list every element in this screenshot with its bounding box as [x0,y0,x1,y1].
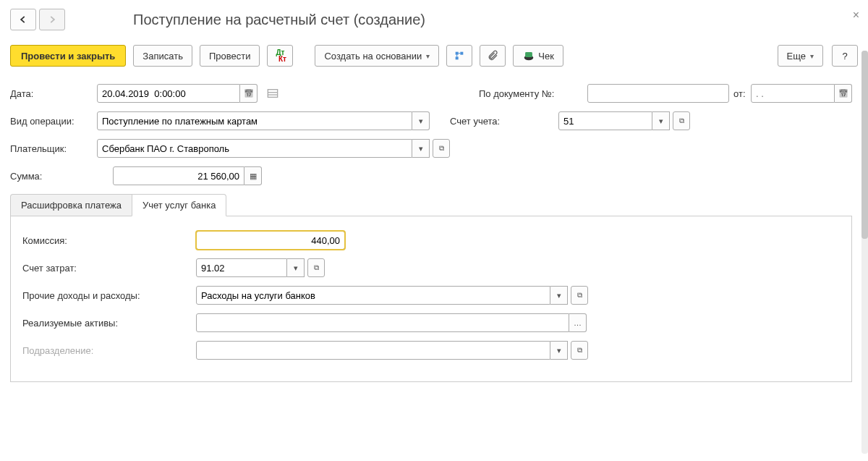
op-type-input[interactable] [97,111,412,130]
cost-account-dropdown-icon[interactable] [287,258,305,277]
date-input[interactable] [97,84,240,103]
cost-account-label: Счет затрат: [22,263,196,274]
svg-rect-2 [456,56,459,59]
tab-bank-services[interactable]: Учет услуг банка [132,194,226,216]
help-button[interactable]: ? [832,45,858,67]
commission-input[interactable] [196,231,345,250]
create-based-on-button[interactable]: Создать на основании ▾ [315,45,439,67]
op-type-dropdown-icon[interactable] [412,111,430,130]
sum-label: Сумма: [10,171,97,182]
cost-account-input[interactable] [196,258,287,277]
dtkt-button[interactable]: ДтКт [267,45,293,67]
date-label: Дата: [10,88,97,99]
save-button[interactable]: Записать [133,45,192,67]
svg-rect-0 [456,52,459,55]
account-open-icon[interactable] [673,111,690,130]
calculator-icon[interactable] [244,166,262,185]
tab-payment-details[interactable]: Расшифровка платежа [10,194,132,216]
department-dropdown-icon[interactable] [550,341,568,360]
other-income-label: Прочие доходы и расходы: [22,290,196,301]
assets-label: Реализуемые активы: [22,318,196,329]
calendar-icon[interactable] [240,84,258,103]
structure-button[interactable] [446,45,472,67]
payer-open-icon[interactable] [433,139,450,158]
post-and-close-button[interactable]: Провести и закрыть [10,45,126,67]
department-input[interactable] [196,341,550,360]
attach-button[interactable] [480,45,506,67]
payer-label: Плательщик: [10,143,97,154]
post-button[interactable]: Провести [200,45,260,67]
doc-from-label: от: [729,88,751,99]
other-income-input[interactable] [196,286,550,305]
cheque-label: Чек [538,51,554,62]
close-icon[interactable]: × [853,9,859,22]
more-button[interactable]: Еще ▾ [778,45,823,67]
doc-no-label: По документу №: [479,88,587,99]
scrollbar[interactable] [861,51,868,454]
nav-forward-button [39,9,65,30]
other-income-open-icon[interactable] [571,286,588,305]
commission-label: Комиссия: [22,235,196,246]
create-based-on-label: Создать на основании [324,51,422,62]
doc-no-input[interactable] [587,84,729,103]
chevron-down-icon: ▾ [810,52,814,60]
doc-from-input[interactable] [751,84,835,103]
account-input[interactable] [558,111,652,130]
cheque-button[interactable]: Чек [513,45,563,67]
assets-dots-icon[interactable] [569,313,587,332]
chevron-down-icon: ▾ [426,52,430,60]
cost-account-open-icon[interactable] [307,258,325,277]
svg-rect-5 [268,90,277,98]
sum-input[interactable] [113,166,244,185]
nav-back-button[interactable] [10,9,36,30]
page-title: Поступление на расчетный счет (создание) [133,9,425,30]
account-dropdown-icon[interactable] [652,111,670,130]
more-label: Еще [787,51,806,62]
department-label: Подразделение: [22,345,196,356]
register-icon[interactable] [265,85,281,101]
scrollbar-thumb[interactable] [861,51,868,239]
tab-panel-bank-services: Комиссия: Счет затрат: Прочие доходы и р… [10,216,852,382]
assets-input[interactable] [196,313,569,332]
svg-rect-1 [461,52,464,55]
calendar-icon[interactable] [835,84,852,103]
payer-input[interactable] [97,139,412,158]
svg-rect-4 [525,52,532,57]
other-income-dropdown-icon[interactable] [550,286,568,305]
account-label: Счет учета: [450,116,558,127]
op-type-label: Вид операции: [10,116,97,127]
department-open-icon[interactable] [571,341,588,360]
payer-dropdown-icon[interactable] [412,139,430,158]
